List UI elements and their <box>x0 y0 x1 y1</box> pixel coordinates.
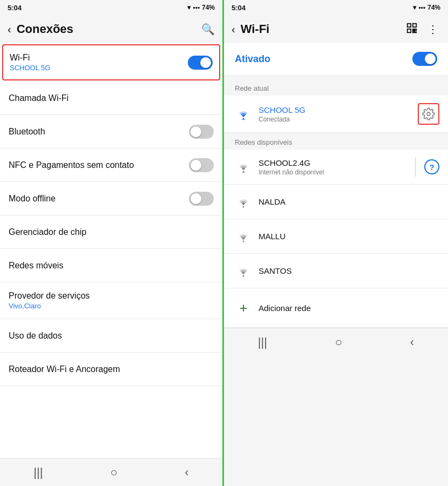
school24-item[interactable]: SCHOOL2.4G Internet não disponível ? <box>224 150 448 185</box>
mallu-text: MALLU <box>259 232 439 241</box>
bluetooth-text: Bluetooth <box>9 127 189 137</box>
left-back-button[interactable]: ‹ <box>8 23 11 36</box>
right-nav-home[interactable]: ○ <box>335 335 342 349</box>
wifi-text: Wi-Fi SCHOOL 5G <box>10 53 188 72</box>
left-settings-list: Wi-Fi SCHOOL 5G Chamada Wi-Fi Bluetooth <box>0 43 222 458</box>
provedor-servicos-label: Provedor de serviços <box>9 291 214 301</box>
modo-offline-toggle-knob <box>191 193 201 204</box>
gerenciador-chip-label: Gerenciador de chip <box>9 227 214 237</box>
right-bottom-nav: ||| ○ ‹ <box>224 328 448 356</box>
roteador-label: Roteador Wi-Fi e Ancoragem <box>9 364 214 374</box>
add-network-item[interactable]: + Adicionar rede <box>224 288 448 328</box>
right-panel: 5:04 ▾ ▪▪▪ 74% ‹ Wi-Fi ⋮ Ativado Rede at… <box>224 0 448 486</box>
right-signal-bars-icon: ▪▪▪ <box>418 4 425 11</box>
svg-rect-1 <box>413 23 416 26</box>
nalda-text: NALDA <box>259 197 439 206</box>
left-nav-back[interactable]: ‹ <box>185 465 188 480</box>
uso-dados-text: Uso de dados <box>9 331 214 341</box>
wifi-enabled-label: Ativado <box>235 53 412 65</box>
right-time: 5:04 <box>232 4 246 12</box>
modo-offline-item[interactable]: Modo offline <box>0 182 222 215</box>
available-networks-header: Redes disponíveis <box>224 133 448 150</box>
right-back-button[interactable]: ‹ <box>232 23 235 36</box>
left-status-bar: 5:04 ▾ ▪▪▪ 74% <box>0 0 222 15</box>
school24-wifi-icon <box>233 160 254 173</box>
current-network-status: Conectada <box>259 116 418 123</box>
modo-offline-toggle[interactable] <box>189 192 214 206</box>
nalda-wifi-icon <box>233 195 254 208</box>
redes-moveis-label: Redes móveis <box>9 261 214 271</box>
nfc-text: NFC e Pagamentos sem contato <box>9 160 189 170</box>
left-time: 5:04 <box>8 4 22 12</box>
bluetooth-label: Bluetooth <box>9 127 189 137</box>
provedor-servicos-text: Provedor de serviços Vivo,Claro <box>9 291 214 310</box>
bluetooth-item[interactable]: Bluetooth <box>0 115 222 148</box>
wifi-enabled-toggle-knob <box>425 53 436 64</box>
current-network-item[interactable]: SCHOOL 5G Conectada <box>224 96 448 133</box>
modo-offline-text: Modo offline <box>9 194 189 204</box>
redes-moveis-text: Redes móveis <box>9 261 214 271</box>
santos-wifi-icon <box>233 265 254 278</box>
nfc-toggle[interactable] <box>189 158 214 172</box>
santos-item[interactable]: SANTOS <box>224 254 448 288</box>
right-nav-back[interactable]: ‹ <box>410 335 414 349</box>
wifi-enabled-toggle[interactable] <box>412 52 437 66</box>
nfc-toggle-knob <box>191 160 201 171</box>
provedor-servicos-item[interactable]: Provedor de serviços Vivo,Claro <box>0 282 222 319</box>
current-network-header: Rede atual <box>224 79 448 96</box>
roteador-item[interactable]: Roteador Wi-Fi e Ancoragem <box>0 353 222 386</box>
roteador-text: Roteador Wi-Fi e Ancoragem <box>9 364 214 374</box>
mallu-item[interactable]: MALLU <box>224 219 448 254</box>
wifi-toggle[interactable] <box>188 56 213 70</box>
current-network-action <box>418 103 439 125</box>
right-status-bar: 5:04 ▾ ▪▪▪ 74% <box>224 0 448 15</box>
wifi-enabled-row: Ativado <box>224 43 448 75</box>
school24-text: SCHOOL2.4G Internet não disponível <box>259 158 411 176</box>
nfc-label: NFC e Pagamentos sem contato <box>9 160 189 170</box>
nfc-item[interactable]: NFC e Pagamentos sem contato <box>0 148 222 182</box>
mallu-name: MALLU <box>259 232 439 241</box>
right-page-title: Wi-Fi <box>241 22 398 36</box>
right-battery-label: 74% <box>427 4 440 11</box>
left-panel: 5:04 ▾ ▪▪▪ 74% ‹ Conexões 🔍 Wi-Fi SCHOOL… <box>0 0 224 486</box>
left-top-bar: ‹ Conexões 🔍 <box>0 15 222 43</box>
school24-question-button[interactable]: ? <box>424 159 439 174</box>
gear-settings-button[interactable] <box>418 103 439 125</box>
gerenciador-chip-item[interactable]: Gerenciador de chip <box>0 215 222 249</box>
chamada-wifi-text: Chamada Wi-Fi <box>9 93 214 103</box>
left-nav-menu[interactable]: ||| <box>33 465 43 480</box>
svg-point-8 <box>243 275 245 276</box>
santos-text: SANTOS <box>259 266 439 275</box>
nalda-item[interactable]: NALDA <box>224 185 448 219</box>
left-signal-bars-icon: ▪▪▪ <box>193 4 200 11</box>
school24-divider <box>415 157 416 177</box>
right-nav-menu[interactable]: ||| <box>258 335 267 349</box>
qr-code-button[interactable] <box>404 20 420 39</box>
wifi-sub: SCHOOL 5G <box>10 64 188 72</box>
wifi-label: Wi-Fi <box>10 53 188 63</box>
svg-rect-2 <box>408 29 411 32</box>
left-page-title: Conexões <box>17 22 196 36</box>
school24-action: ? <box>411 157 439 177</box>
current-network-text: SCHOOL 5G Conectada <box>259 105 418 123</box>
left-status-icons: ▾ ▪▪▪ 74% <box>187 4 215 11</box>
chamada-wifi-item[interactable]: Chamada Wi-Fi <box>0 82 222 115</box>
right-wifi-signal-icon: ▾ <box>413 4 416 11</box>
current-network-name: SCHOOL 5G <box>259 105 418 114</box>
left-search-button[interactable]: 🔍 <box>201 23 215 36</box>
left-nav-home[interactable]: ○ <box>110 465 117 480</box>
more-options-button[interactable]: ⋮ <box>425 21 440 38</box>
wifi-toggle-knob <box>200 57 211 68</box>
svg-rect-0 <box>408 23 411 26</box>
left-wifi-signal-icon: ▾ <box>187 4 191 11</box>
add-network-label: Adicionar rede <box>259 303 311 313</box>
provedor-servicos-sub: Vivo,Claro <box>9 302 214 310</box>
bluetooth-toggle[interactable] <box>189 125 214 139</box>
wifi-item[interactable]: Wi-Fi SCHOOL 5G <box>2 44 220 80</box>
uso-dados-item[interactable]: Uso de dados <box>0 319 222 353</box>
right-top-bar: ‹ Wi-Fi ⋮ <box>224 15 448 43</box>
modo-offline-label: Modo offline <box>9 194 189 204</box>
school24-status: Internet não disponível <box>259 168 411 176</box>
uso-dados-label: Uso de dados <box>9 331 214 341</box>
redes-moveis-item[interactable]: Redes móveis <box>0 249 222 282</box>
